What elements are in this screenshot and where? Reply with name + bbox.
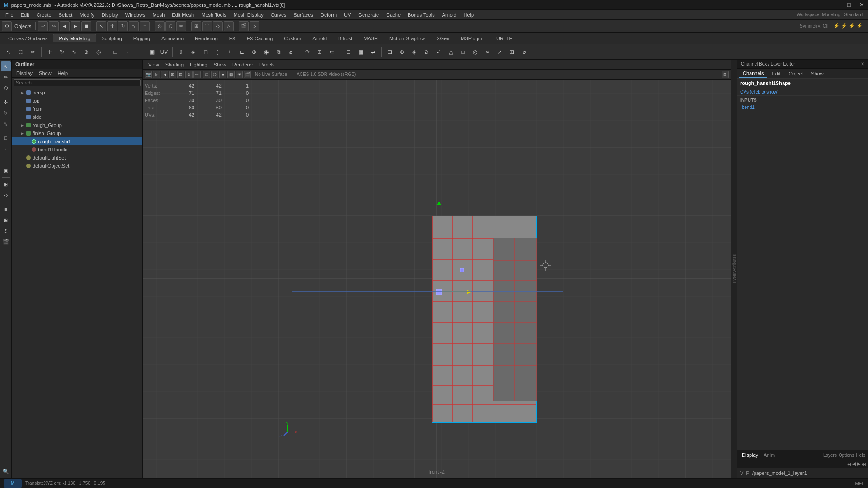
vp-tb-render[interactable]: 🎬 [244, 71, 251, 78]
list-item[interactable]: bend1Handle [12, 145, 142, 154]
quadrangulate-icon[interactable]: □ [457, 46, 469, 58]
combine-icon[interactable]: ◈ [408, 46, 420, 58]
tab-msplugin[interactable]: MSPlugin [455, 34, 487, 42]
triangulate-icon[interactable]: △ [445, 46, 457, 58]
tab-rigging[interactable]: Rigging [128, 34, 156, 42]
tb-paint[interactable]: ✏ [176, 21, 186, 31]
outliner-menu-display[interactable]: Display [14, 70, 35, 77]
tb-btn4[interactable]: ▶ [71, 21, 80, 31]
merge-icon[interactable]: ⊕ [248, 46, 260, 58]
tab-arnold[interactable]: Arnold [307, 34, 332, 42]
tb-snap-proj[interactable]: △ [224, 21, 234, 31]
menu-uv[interactable]: UV [340, 11, 354, 19]
smooth-icon[interactable]: ⊂ [326, 46, 338, 58]
bridge-icon[interactable]: ⊓ [199, 46, 211, 58]
vp-tb-grid[interactable]: ⊞ [722, 71, 729, 78]
uv-layout-icon[interactable]: ▦ [355, 46, 367, 58]
uv-mode[interactable]: UV [158, 46, 170, 58]
tab-edit[interactable]: Edit [768, 70, 784, 77]
display-tab[interactable]: Display [740, 452, 760, 458]
cylindrical-icon[interactable]: ⌀ [518, 46, 530, 58]
lasso-mode-btn[interactable]: ⬡ [1, 83, 11, 93]
tb-snap-grid[interactable]: ⊞ [191, 21, 201, 31]
layer-p[interactable]: P [746, 470, 749, 476]
collapse-icon[interactable]: ⊏ [236, 46, 248, 58]
extrude-icon[interactable]: ⇧ [175, 46, 187, 58]
uv-editor-icon[interactable]: ⊟ [343, 46, 354, 58]
vp-tb-btn2[interactable]: ◀ [161, 71, 168, 78]
layer-menu-help[interactable]: Help [856, 453, 865, 458]
tab-fx-caching[interactable]: FX Caching [241, 34, 278, 42]
vp-tb-shading[interactable]: □ [203, 71, 210, 78]
unwrap-icon[interactable]: ↗ [494, 46, 505, 58]
cb-cvs-container[interactable]: CVs (click to show) [737, 88, 868, 96]
menu-mesh[interactable]: Mesh [149, 11, 168, 19]
vp-tb-btn5[interactable]: ⊕ [185, 71, 193, 78]
duplicate-face-icon[interactable]: ⧉ [273, 46, 284, 58]
outliner-menu-help[interactable]: Help [55, 70, 71, 77]
close-button[interactable]: ✕ [855, 0, 868, 10]
lt-btn-channel[interactable]: ⊞ [1, 215, 11, 225]
tb-snap-curve[interactable]: ⌒ [202, 21, 212, 31]
lt-btn-sym[interactable]: ⇔ [1, 190, 11, 200]
list-item[interactable]: defaultObjectSet [12, 162, 142, 170]
right-panel-close-icon[interactable]: ✕ [861, 61, 864, 66]
tab-fx[interactable]: FX [224, 34, 241, 42]
select-mode-btn[interactable]: ↖ [1, 61, 11, 71]
list-item[interactable]: top [12, 97, 142, 105]
viewport-menu-lighting[interactable]: Lighting [187, 61, 210, 68]
maximize-button[interactable]: □ [843, 0, 855, 10]
minimize-button[interactable]: — [830, 0, 843, 10]
lt-btn-snap[interactable]: ⊞ [1, 179, 11, 189]
arrow-right-end[interactable]: ⏭ [861, 461, 866, 467]
conform-icon[interactable]: ◎ [469, 46, 481, 58]
tb-render-settings[interactable]: 🎬 [239, 21, 249, 31]
layer-name[interactable]: /papers_model_1_layer1 [752, 470, 807, 476]
paint-select[interactable]: ✏ [27, 46, 39, 58]
menu-generate[interactable]: Generate [354, 11, 382, 19]
universal-tool[interactable]: ⊕ [80, 46, 92, 58]
tab-bifrost[interactable]: Bifrost [333, 34, 358, 42]
rotate-tool-btn[interactable]: ↻ [1, 108, 11, 118]
edge-mode[interactable]: — [134, 46, 146, 58]
rotate-tool[interactable]: ↻ [56, 46, 68, 58]
tb-render[interactable]: ▷ [250, 21, 259, 31]
lt-btn-render-view[interactable]: 🎬 [1, 237, 11, 247]
vp-tb-btn4[interactable]: ⊟ [177, 71, 184, 78]
tb-btn5[interactable]: ⏹ [81, 21, 91, 31]
lt-btn-face[interactable]: ▣ [1, 165, 11, 175]
tb-lasso[interactable]: ⬡ [165, 21, 175, 31]
tab-show[interactable]: Show [807, 70, 827, 77]
cb-input-row[interactable]: bend1 [740, 103, 865, 111]
menu-modify[interactable]: Modify [76, 11, 98, 19]
move-tool[interactable]: ✛ [44, 46, 56, 58]
vp-tb-light[interactable]: ☀ [236, 71, 243, 78]
move-tool-btn[interactable]: ✛ [1, 97, 11, 107]
vertex-mode[interactable]: · [122, 46, 133, 58]
viewport-menu-renderer[interactable]: Renderer [230, 61, 256, 68]
face-mode[interactable]: ▣ [146, 46, 158, 58]
tb-btn3[interactable]: ◀ [60, 21, 70, 31]
outliner-menu-show[interactable]: Show [36, 70, 54, 77]
vp-tb-btn6[interactable]: ✏ [193, 71, 201, 78]
list-item[interactable]: defaultLightSet [12, 154, 142, 162]
separate-icon[interactable]: ⊘ [420, 46, 432, 58]
list-item[interactable]: ▶ rough_Group [12, 121, 142, 129]
anim-tab[interactable]: Anim [762, 452, 777, 458]
insert-edge-icon[interactable]: + [224, 46, 236, 58]
viewport-menu-panels[interactable]: Panels [257, 61, 278, 68]
tb-select-mode[interactable]: ↖ [96, 21, 106, 31]
hyper-attributes-panel[interactable]: Hyper Attributes [731, 60, 737, 478]
layer-menu-layers[interactable]: Layers [823, 453, 837, 458]
menu-surfaces[interactable]: Surfaces [290, 11, 317, 19]
soft-select[interactable]: ◎ [93, 46, 104, 58]
list-item[interactable]: side [12, 113, 142, 121]
viewport-menu-show[interactable]: Show [211, 61, 229, 68]
menu-curves[interactable]: Curves [267, 11, 290, 19]
vp-tb-camera[interactable]: 📷 [145, 71, 152, 78]
paint-mode-btn[interactable]: ✏ [1, 72, 11, 82]
tab-channels[interactable]: Channels [739, 70, 767, 78]
menu-mesh-tools[interactable]: Mesh Tools [198, 11, 230, 19]
scale-tool-btn[interactable]: ⤡ [1, 119, 11, 129]
lattice-icon[interactable]: ⊞ [314, 46, 326, 58]
